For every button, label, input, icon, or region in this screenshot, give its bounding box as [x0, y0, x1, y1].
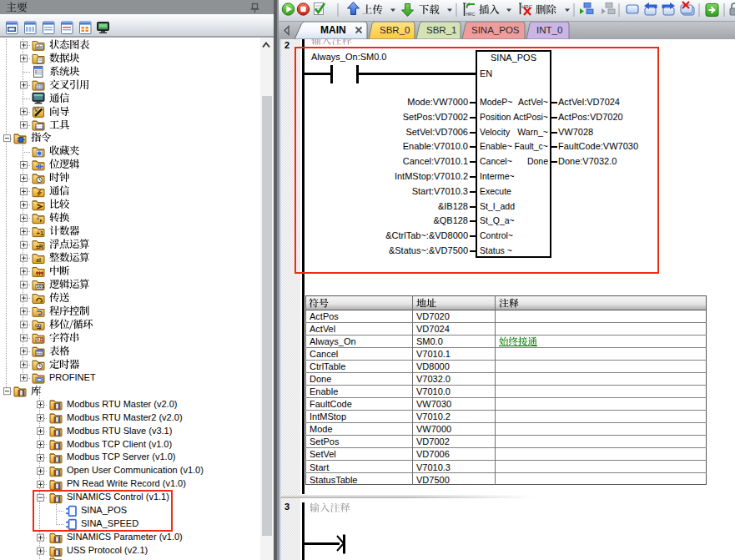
svg-text:101: 101	[37, 284, 44, 289]
svg-text:HRC: HRC	[466, 12, 476, 17]
svg-text:±I: ±I	[36, 257, 41, 263]
svg-text:+1: +1	[37, 230, 44, 237]
svg-text:±R: ±R	[36, 244, 43, 250]
svg-text:AB: AB	[37, 337, 43, 342]
